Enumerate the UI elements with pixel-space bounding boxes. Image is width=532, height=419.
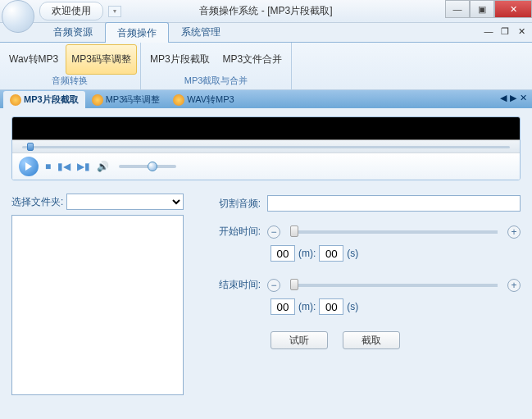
folder-select[interactable] [66,194,184,210]
ribbon-group-label: 音频转换 [52,75,88,88]
volume-icon[interactable]: 🔊 [97,161,109,172]
right-column: 切割音频: 开始时间: − + (m): (s) 结束时间: − + [208,194,521,395]
subtab-label: MP3片段截取 [24,93,79,106]
next-button[interactable]: ▶▮ [77,161,90,172]
content: ■ ▮◀ ▶▮ 🔊 选择文件夹: 切割音频: 开始时间: − [0,108,532,403]
folder-label: 选择文件夹: [11,195,63,209]
slider-thumb[interactable] [290,225,298,237]
mdi-minimize-button[interactable]: — [483,26,494,38]
range-minus-button[interactable]: − [267,279,280,292]
slider-thumb[interactable] [290,279,298,290]
mp3-cut-button[interactable]: MP3片段截取 [144,44,216,75]
end-time-slider[interactable] [290,284,498,287]
player-controls: ■ ▮◀ ▶▮ 🔊 [12,153,520,180]
mdi-restore-button[interactable]: ❐ [499,26,511,38]
range-minus-button[interactable]: − [267,225,280,239]
subtab-mp3-bitrate[interactable]: MP3码率调整 [85,91,167,108]
subtab-wav-to-mp3[interactable]: WAV转MP3 [166,91,240,108]
mp3-merge-button[interactable]: MP3文件合并 [217,44,289,75]
audio-icon [173,94,184,106]
title-dropdown[interactable]: ▾ [108,6,121,17]
minute-unit: (m): [298,301,316,312]
window-controls: — ▣ ✕ [445,0,532,18]
cut-button[interactable]: 截取 [343,331,400,349]
tab-prev-button[interactable]: ◀ [500,93,507,103]
start-minute-input[interactable] [271,245,295,262]
seek-track [22,146,510,148]
mp3-bitrate-button[interactable]: MP3码率调整 [66,44,137,75]
form-area: 选择文件夹: 切割音频: 开始时间: − + (m): (s) [11,194,521,395]
subtab-label: MP3码率调整 [106,93,161,106]
left-column: 选择文件夹: [11,194,184,395]
mdi-close-button[interactable]: ✕ [516,26,527,38]
stop-button[interactable]: ■ [45,161,51,172]
end-second-input[interactable] [319,298,343,315]
document-tabs: MP3片段截取 MP3码率调整 WAV转MP3 ◀ ▶ ✕ [0,90,532,108]
welcome-pill: 欢迎使用 [39,2,103,20]
subtab-mp3-cut[interactable]: MP3片段截取 [3,91,85,108]
titlebar: 欢迎使用 ▾ 音频操作系统 - [MP3片段截取] — ▣ ✕ [0,0,532,23]
range-plus-button[interactable]: + [507,225,521,239]
minute-unit: (m): [298,248,316,259]
ribbon: Wav转MP3 MP3码率调整 音频转换 MP3片段截取 MP3文件合并 MP3… [0,43,532,90]
end-minute-input[interactable] [271,298,295,315]
seek-bar[interactable] [12,140,520,153]
prev-button[interactable]: ▮◀ [57,161,70,172]
second-unit: (s) [347,248,358,259]
menu-tab-operations[interactable]: 音频操作 [105,22,169,43]
ribbon-group-convert: Wav转MP3 MP3码率调整 音频转换 [0,43,141,89]
volume-thumb[interactable] [148,162,157,171]
minimize-button[interactable]: — [445,0,470,18]
subtab-nav: ◀ ▶ ✕ [500,93,527,103]
second-unit: (s) [347,301,358,312]
window-title: 音频操作系统 - [MP3片段截取] [199,4,332,18]
range-plus-button[interactable]: + [507,279,521,292]
menubar: 音频资源 音频操作 系统管理 — ❐ ✕ [0,23,532,43]
ribbon-group-label: MP3截取与合并 [184,75,248,88]
file-listbox[interactable] [11,215,184,395]
end-time-label: 结束时间: [208,278,261,292]
subtab-label: WAV转MP3 [187,93,234,106]
audio-player: ■ ▮◀ ▶▮ 🔊 [11,116,521,180]
menu-tab-resources[interactable]: 音频资源 [41,21,105,42]
player-display [12,117,520,140]
audio-icon [10,94,21,106]
cut-audio-label: 切割音频: [208,197,261,211]
start-time-slider[interactable] [290,230,498,234]
menu-tab-system[interactable]: 系统管理 [169,21,233,42]
tab-close-button[interactable]: ✕ [520,93,527,103]
audio-icon [92,94,103,106]
close-button[interactable]: ✕ [494,0,532,18]
seek-thumb[interactable] [27,143,34,151]
volume-slider[interactable] [119,165,176,168]
app-orb-icon[interactable] [2,0,34,33]
preview-button[interactable]: 试听 [271,331,328,349]
maximize-button[interactable]: ▣ [470,0,494,18]
cut-audio-input[interactable] [267,195,521,212]
play-button[interactable] [19,157,39,176]
start-time-label: 开始时间: [208,225,261,239]
start-second-input[interactable] [319,245,343,262]
tab-next-button[interactable]: ▶ [510,93,516,103]
mdi-controls: — ❐ ✕ [483,26,527,38]
ribbon-group-cut-merge: MP3片段截取 MP3文件合并 MP3截取与合并 [141,43,292,89]
wav-to-mp3-button[interactable]: Wav转MP3 [3,44,64,75]
